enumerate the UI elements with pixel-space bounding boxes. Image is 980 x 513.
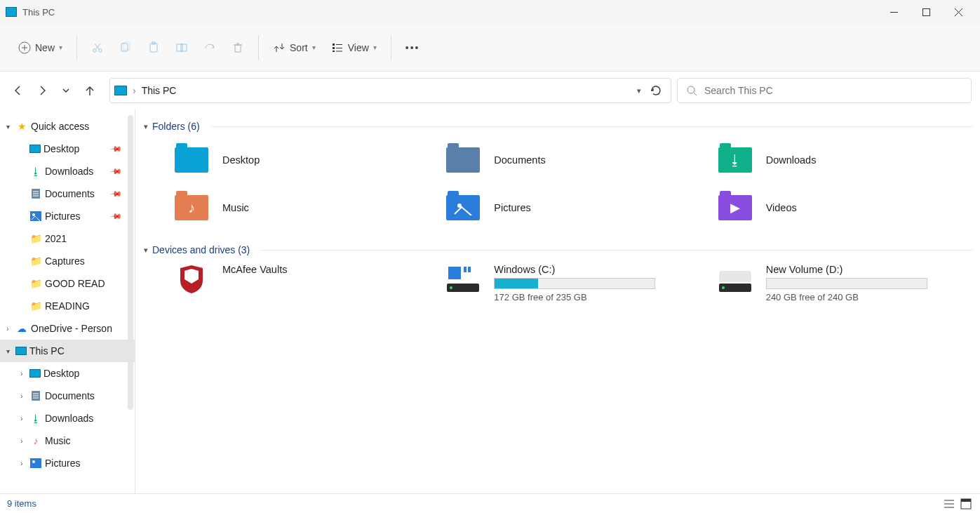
- tree-thispc[interactable]: ▾ This PC: [0, 340, 135, 362]
- titlebar: This PC: [0, 0, 980, 24]
- tree-label: OneDrive - Person: [31, 323, 112, 334]
- tree-label: Documents: [45, 188, 95, 199]
- tree-label: Desktop: [43, 143, 79, 154]
- drive-d[interactable]: New Volume (D:) 240 GB free of 240 GB: [716, 264, 973, 303]
- svg-line-28: [694, 93, 697, 95]
- drives-grid: McAfee Vaults Windows (C:) 172 GB free o…: [144, 260, 973, 316]
- picture-icon: [29, 210, 42, 222]
- tree-pictures[interactable]: ›Pictures: [0, 452, 135, 474]
- tree-label: Downloads: [45, 413, 93, 424]
- address-bar[interactable]: › This PC ▾: [109, 78, 671, 103]
- tree-label: Downloads: [45, 166, 93, 177]
- tree-music[interactable]: ›♪Music: [0, 429, 135, 452]
- separator: [76, 35, 77, 60]
- share-icon: [203, 41, 216, 54]
- copy-button[interactable]: [112, 37, 139, 58]
- refresh-button[interactable]: [650, 84, 662, 97]
- svg-rect-43: [464, 267, 466, 272]
- separator: [391, 35, 391, 60]
- drive-c[interactable]: Windows (C:) 172 GB free of 235 GB: [443, 264, 701, 303]
- thispc-icon: [114, 86, 127, 95]
- statusbar: 9 items: [0, 493, 980, 513]
- drive-mcafee[interactable]: McAfee Vaults: [172, 264, 429, 303]
- tree-downloads[interactable]: ⭳Downloads📌: [0, 160, 135, 182]
- tree-label: Documents: [45, 390, 95, 401]
- pin-icon: 📌: [109, 209, 122, 222]
- divider: [211, 126, 973, 127]
- chevron-down-icon: ▾: [144, 246, 148, 255]
- tree-downloads[interactable]: ›⭳Downloads: [0, 407, 135, 429]
- svg-rect-20: [333, 44, 335, 46]
- paste-button[interactable]: [140, 37, 167, 58]
- tree-folder[interactable]: 📁2021: [0, 227, 135, 250]
- tree-quick-access[interactable]: ▾ ★ Quick access: [0, 115, 135, 138]
- tree-documents[interactable]: Documents📌: [0, 182, 135, 205]
- folder-icon: 📁: [29, 255, 42, 267]
- group-folders-header[interactable]: ▾ Folders (6): [144, 121, 973, 132]
- forward-button[interactable]: [32, 81, 52, 100]
- svg-rect-47: [719, 271, 751, 282]
- desktop-icon: [29, 369, 41, 378]
- copy-icon: [119, 41, 132, 54]
- back-button[interactable]: [8, 81, 28, 100]
- svg-rect-42: [448, 267, 461, 279]
- rename-button[interactable]: [168, 37, 195, 58]
- chevron-right-icon: ›: [17, 368, 27, 378]
- folder-videos[interactable]: ▶Videos: [716, 188, 973, 227]
- tree-folder[interactable]: 📁GOOD READ: [0, 272, 135, 295]
- sort-label: Sort: [290, 42, 308, 53]
- tree-label: Desktop: [43, 368, 79, 379]
- storage-text: 240 GB free of 240 GB: [766, 292, 927, 302]
- svg-line-9: [96, 44, 101, 50]
- item-label: McAfee Vaults: [222, 264, 287, 275]
- drive-icon: [443, 264, 483, 295]
- minimize-button[interactable]: [878, 0, 910, 24]
- new-button[interactable]: New ▾: [11, 37, 69, 58]
- tree-pictures[interactable]: Pictures📌: [0, 205, 135, 227]
- breadcrumb-thispc[interactable]: This PC: [142, 85, 177, 96]
- share-button[interactable]: [196, 37, 223, 58]
- details-view-button[interactable]: [942, 497, 956, 511]
- sort-button[interactable]: Sort ▾: [266, 37, 323, 58]
- delete-button[interactable]: [224, 37, 251, 58]
- tree-label: Pictures: [45, 458, 81, 469]
- tree-desktop[interactable]: ›Desktop: [0, 362, 135, 385]
- maximize-button[interactable]: [910, 0, 942, 24]
- folder-music[interactable]: ♪Music: [172, 188, 429, 227]
- search-box[interactable]: [677, 78, 972, 103]
- view-button[interactable]: View ▾: [324, 37, 384, 58]
- svg-point-49: [722, 286, 725, 289]
- view-label: View: [348, 42, 369, 53]
- folder-pictures[interactable]: Pictures: [443, 188, 701, 227]
- scrollbar-thumb[interactable]: [128, 115, 133, 410]
- folders-grid: Desktop Documents ⭳Downloads ♪Music Pict…: [144, 136, 973, 240]
- chevron-down-icon[interactable]: ▾: [637, 86, 641, 95]
- svg-point-27: [687, 86, 694, 93]
- folder-downloads[interactable]: ⭳Downloads: [716, 140, 973, 180]
- tree-label: Quick access: [31, 121, 89, 132]
- search-input[interactable]: [704, 85, 962, 96]
- chevron-right-icon: ›: [17, 413, 27, 423]
- folder-documents[interactable]: Documents: [443, 140, 701, 180]
- navigation-buttons: [8, 81, 104, 100]
- document-icon: [29, 187, 42, 200]
- more-button[interactable]: •••: [398, 38, 427, 58]
- item-label: Documents: [494, 154, 545, 166]
- tree-documents[interactable]: ›Documents: [0, 385, 135, 407]
- tree-desktop[interactable]: Desktop📌: [0, 138, 135, 160]
- sort-icon: [273, 41, 286, 54]
- group-drives-header[interactable]: ▾ Devices and drives (3): [144, 244, 973, 255]
- recent-button[interactable]: [56, 81, 76, 100]
- tree-label: Captures: [45, 255, 85, 267]
- folder-desktop[interactable]: Desktop: [172, 140, 429, 180]
- close-button[interactable]: [942, 0, 974, 24]
- svg-rect-17: [235, 45, 241, 52]
- cut-button[interactable]: [84, 37, 111, 58]
- chevron-right-icon: ›: [17, 436, 27, 446]
- up-button[interactable]: [80, 81, 100, 100]
- tree-folder[interactable]: 📁Captures: [0, 250, 135, 272]
- tree-onedrive[interactable]: › ☁ OneDrive - Person: [0, 317, 135, 340]
- tree-folder[interactable]: 📁READING: [0, 295, 135, 317]
- icons-view-button[interactable]: [959, 497, 973, 511]
- toolbar: New ▾ Sort ▾ View ▾ •••: [0, 24, 980, 72]
